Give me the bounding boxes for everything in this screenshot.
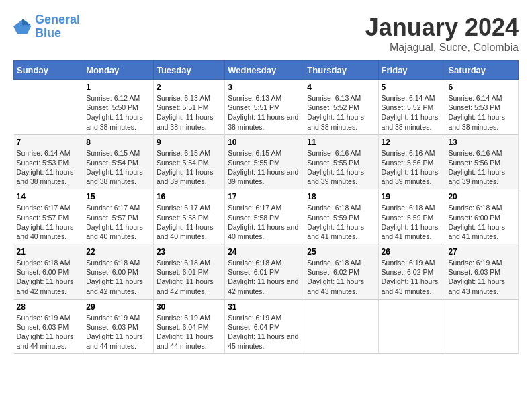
cell-info: Sunrise: 6:15 AM Sunset: 5:54 PM Dayligh…: [86, 148, 150, 187]
day-number: 28: [17, 302, 81, 312]
cell-info: Sunrise: 6:18 AM Sunset: 6:01 PM Dayligh…: [228, 258, 301, 296]
day-cell: 15Sunrise: 6:17 AM Sunset: 5:57 PM Dayli…: [83, 189, 154, 244]
day-number: 9: [157, 138, 222, 147]
cell-info: Sunrise: 6:19 AM Sunset: 6:04 PM Dayligh…: [157, 313, 222, 351]
day-number: 11: [307, 138, 375, 147]
page-header: General Blue January 2024 Majagual, Sucr…: [13, 13, 519, 54]
cell-info: Sunrise: 6:19 AM Sunset: 6:03 PM Dayligh…: [86, 313, 150, 351]
day-number: 10: [228, 138, 301, 147]
day-number: 8: [86, 138, 150, 147]
day-header: Sunday: [14, 61, 83, 80]
cell-info: Sunrise: 6:19 AM Sunset: 6:03 PM Dayligh…: [17, 313, 81, 351]
cell-info: Sunrise: 6:18 AM Sunset: 5:59 PM Dayligh…: [307, 203, 375, 241]
cell-info: Sunrise: 6:18 AM Sunset: 5:59 PM Dayligh…: [382, 203, 443, 241]
day-number: 16: [157, 192, 222, 201]
day-number: 2: [157, 83, 222, 92]
day-cell: 22Sunrise: 6:18 AM Sunset: 6:00 PM Dayli…: [83, 244, 154, 300]
day-cell: 28Sunrise: 6:19 AM Sunset: 6:03 PM Dayli…: [14, 299, 83, 354]
day-number: 21: [17, 247, 81, 257]
day-header: Tuesday: [153, 61, 224, 80]
day-cell: [378, 299, 445, 354]
day-cell: 10Sunrise: 6:15 AM Sunset: 5:55 PM Dayli…: [225, 134, 304, 189]
day-cell: 21Sunrise: 6:18 AM Sunset: 6:00 PM Dayli…: [14, 244, 83, 300]
day-cell: 31Sunrise: 6:19 AM Sunset: 6:04 PM Dayli…: [225, 299, 304, 354]
day-number: 6: [448, 83, 515, 92]
day-cell: 20Sunrise: 6:18 AM Sunset: 6:00 PM Dayli…: [445, 189, 519, 244]
day-cell: 8Sunrise: 6:15 AM Sunset: 5:54 PM Daylig…: [83, 134, 154, 189]
cell-info: Sunrise: 6:16 AM Sunset: 5:56 PM Dayligh…: [448, 148, 515, 187]
day-number: 20: [448, 192, 515, 201]
week-row: 14Sunrise: 6:17 AM Sunset: 5:57 PM Dayli…: [14, 189, 519, 244]
day-number: 27: [448, 247, 515, 257]
day-header: Saturday: [445, 61, 519, 80]
day-header: Wednesday: [225, 61, 304, 80]
day-cell: 13Sunrise: 6:16 AM Sunset: 5:56 PM Dayli…: [445, 134, 519, 189]
day-cell: 17Sunrise: 6:17 AM Sunset: 5:58 PM Dayli…: [225, 189, 304, 244]
day-number: 5: [382, 83, 443, 92]
day-cell: 12Sunrise: 6:16 AM Sunset: 5:56 PM Dayli…: [378, 134, 445, 189]
day-cell: 7Sunrise: 6:14 AM Sunset: 5:53 PM Daylig…: [14, 134, 83, 189]
day-number: 7: [17, 138, 81, 147]
day-cell: 2Sunrise: 6:13 AM Sunset: 5:51 PM Daylig…: [153, 80, 224, 135]
day-cell: 3Sunrise: 6:13 AM Sunset: 5:51 PM Daylig…: [225, 80, 304, 135]
day-number: 31: [228, 302, 301, 312]
day-header: Friday: [378, 61, 445, 80]
cell-info: Sunrise: 6:15 AM Sunset: 5:54 PM Dayligh…: [157, 148, 222, 187]
day-cell: 19Sunrise: 6:18 AM Sunset: 5:59 PM Dayli…: [378, 189, 445, 244]
cell-info: Sunrise: 6:17 AM Sunset: 5:57 PM Dayligh…: [86, 203, 150, 241]
day-cell: 26Sunrise: 6:19 AM Sunset: 6:02 PM Dayli…: [378, 244, 445, 300]
week-row: 7Sunrise: 6:14 AM Sunset: 5:53 PM Daylig…: [14, 134, 519, 189]
calendar-header: SundayMondayTuesdayWednesdayThursdayFrid…: [14, 61, 519, 80]
cell-info: Sunrise: 6:18 AM Sunset: 6:02 PM Dayligh…: [307, 258, 375, 296]
logo-icon: [13, 17, 32, 36]
cell-info: Sunrise: 6:18 AM Sunset: 6:00 PM Dayligh…: [86, 258, 150, 296]
cell-info: Sunrise: 6:17 AM Sunset: 5:57 PM Dayligh…: [17, 203, 81, 241]
day-number: 26: [382, 247, 443, 257]
day-cell: 14Sunrise: 6:17 AM Sunset: 5:57 PM Dayli…: [14, 189, 83, 244]
cell-info: Sunrise: 6:18 AM Sunset: 6:00 PM Dayligh…: [17, 258, 81, 296]
day-header: Thursday: [304, 61, 378, 80]
day-number: 23: [157, 247, 222, 257]
title-block: January 2024 Majagual, Sucre, Colombia: [365, 13, 519, 54]
cell-info: Sunrise: 6:17 AM Sunset: 5:58 PM Dayligh…: [157, 203, 222, 241]
cell-info: Sunrise: 6:16 AM Sunset: 5:55 PM Dayligh…: [307, 148, 375, 187]
day-number: 24: [228, 247, 301, 257]
cell-info: Sunrise: 6:13 AM Sunset: 5:52 PM Dayligh…: [307, 93, 375, 132]
day-cell: 11Sunrise: 6:16 AM Sunset: 5:55 PM Dayli…: [304, 134, 378, 189]
cell-info: Sunrise: 6:14 AM Sunset: 5:52 PM Dayligh…: [382, 93, 443, 132]
week-row: 28Sunrise: 6:19 AM Sunset: 6:03 PM Dayli…: [14, 299, 519, 354]
day-cell: 6Sunrise: 6:14 AM Sunset: 5:53 PM Daylig…: [445, 80, 519, 135]
day-cell: 24Sunrise: 6:18 AM Sunset: 6:01 PM Dayli…: [225, 244, 304, 300]
day-number: 15: [86, 192, 150, 201]
day-number: 14: [17, 192, 81, 201]
day-number: 25: [307, 247, 375, 257]
svg-marker-1: [22, 19, 31, 25]
day-number: 13: [448, 138, 515, 147]
day-number: 18: [307, 192, 375, 201]
subtitle: Majagual, Sucre, Colombia: [365, 42, 519, 54]
day-cell: 25Sunrise: 6:18 AM Sunset: 6:02 PM Dayli…: [304, 244, 378, 300]
day-number: 30: [157, 302, 222, 312]
cell-info: Sunrise: 6:17 AM Sunset: 5:58 PM Dayligh…: [228, 203, 301, 241]
day-header: Monday: [83, 61, 154, 80]
day-cell: 9Sunrise: 6:15 AM Sunset: 5:54 PM Daylig…: [153, 134, 224, 189]
day-number: 4: [307, 83, 375, 92]
day-cell: 18Sunrise: 6:18 AM Sunset: 5:59 PM Dayli…: [304, 189, 378, 244]
day-cell: 29Sunrise: 6:19 AM Sunset: 6:03 PM Dayli…: [83, 299, 154, 354]
calendar-table: SundayMondayTuesdayWednesdayThursdayFrid…: [13, 60, 519, 354]
day-cell: [14, 80, 83, 135]
day-cell: 5Sunrise: 6:14 AM Sunset: 5:52 PM Daylig…: [378, 80, 445, 135]
cell-info: Sunrise: 6:18 AM Sunset: 6:00 PM Dayligh…: [448, 203, 515, 241]
day-cell: 1Sunrise: 6:12 AM Sunset: 5:50 PM Daylig…: [83, 80, 154, 135]
day-number: 19: [382, 192, 443, 201]
cell-info: Sunrise: 6:18 AM Sunset: 6:01 PM Dayligh…: [157, 258, 222, 296]
day-cell: 4Sunrise: 6:13 AM Sunset: 5:52 PM Daylig…: [304, 80, 378, 135]
main-title: January 2024: [365, 13, 519, 42]
day-number: 29: [86, 302, 150, 312]
svg-marker-0: [13, 20, 31, 34]
day-cell: [445, 299, 519, 354]
day-cell: 23Sunrise: 6:18 AM Sunset: 6:01 PM Dayli…: [153, 244, 224, 300]
day-number: 12: [382, 138, 443, 147]
day-number: 1: [86, 83, 150, 92]
cell-info: Sunrise: 6:14 AM Sunset: 5:53 PM Dayligh…: [448, 93, 515, 132]
